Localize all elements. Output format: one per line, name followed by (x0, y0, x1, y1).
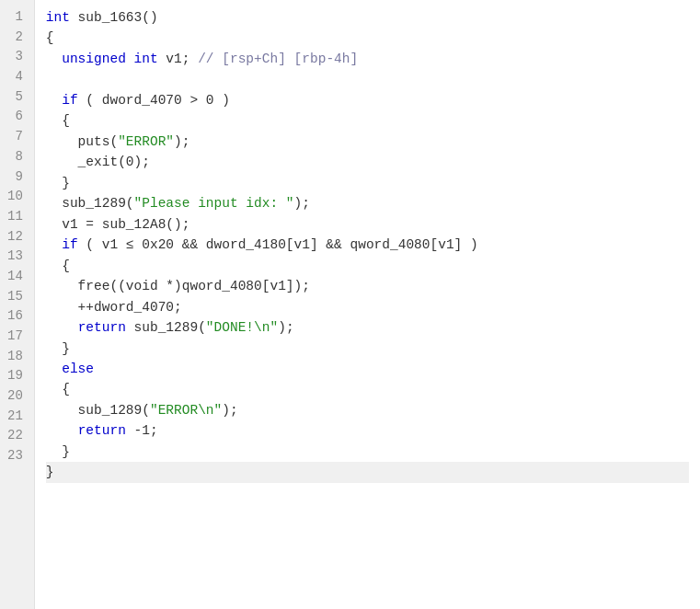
code-line: return -1; (46, 420, 689, 441)
line-number: 8 (7, 147, 27, 167)
code-line: } (46, 442, 689, 462)
code-line: { (46, 256, 689, 276)
line-number: 16 (7, 306, 27, 327)
line-number: 11 (7, 207, 27, 227)
code-line: puts("ERROR"); (46, 132, 689, 152)
line-number: 6 (7, 107, 27, 127)
line-number: 18 (7, 347, 27, 367)
code-line: return sub_1289("DONE!\n"); (46, 317, 689, 338)
line-number: 21 (7, 407, 27, 427)
code-line (46, 69, 689, 89)
line-number: 13 (7, 247, 27, 267)
code-line: { (46, 110, 689, 131)
code-line: v1 = sub_12A8(); (46, 214, 689, 235)
code-line: _exit(0); (46, 152, 689, 172)
code-line: if ( dword_4070 > 0 ) (46, 90, 689, 110)
line-number: 2 (7, 28, 27, 48)
code-line: { (46, 28, 689, 48)
line-number: 3 (7, 47, 27, 67)
line-number-gutter: 1234567891011121314151617181920212223 (0, 0, 35, 609)
line-number: 5 (7, 87, 27, 108)
line-number: 17 (7, 327, 27, 347)
code-line: int sub_1663() (46, 7, 689, 28)
line-number: 22 (7, 426, 27, 446)
line-number: 23 (7, 446, 27, 466)
code-line: ++dword_4070; (46, 297, 689, 317)
line-number: 19 (7, 366, 27, 386)
code-line: { (46, 379, 689, 399)
code-line: } (46, 339, 689, 359)
line-number: 20 (7, 386, 27, 407)
code-line: else (46, 359, 689, 379)
code-line: unsigned int v1; // [rsp+Ch] [rbp-4h] (46, 49, 689, 69)
code-line: } (46, 173, 689, 193)
code-line: sub_1289("Please input idx: "); (46, 193, 689, 213)
line-number: 9 (7, 167, 27, 188)
code-viewer: 1234567891011121314151617181920212223 in… (0, 0, 700, 609)
code-line: sub_1289("ERROR\n"); (46, 400, 689, 420)
line-number: 15 (7, 287, 27, 307)
line-number: 4 (7, 67, 27, 87)
line-number: 12 (7, 227, 27, 247)
code-line: } (46, 462, 689, 482)
code-line: free((void *)qword_4080[v1]); (46, 276, 689, 296)
code-line: if ( v1 ≤ 0x20 && dword_4180[v1] && qwor… (46, 235, 689, 255)
code-area[interactable]: int sub_1663(){ unsigned int v1; // [rsp… (35, 0, 700, 609)
line-number: 7 (7, 127, 27, 147)
line-number: 10 (7, 187, 27, 207)
line-number: 1 (7, 7, 27, 28)
line-number: 14 (7, 267, 27, 287)
